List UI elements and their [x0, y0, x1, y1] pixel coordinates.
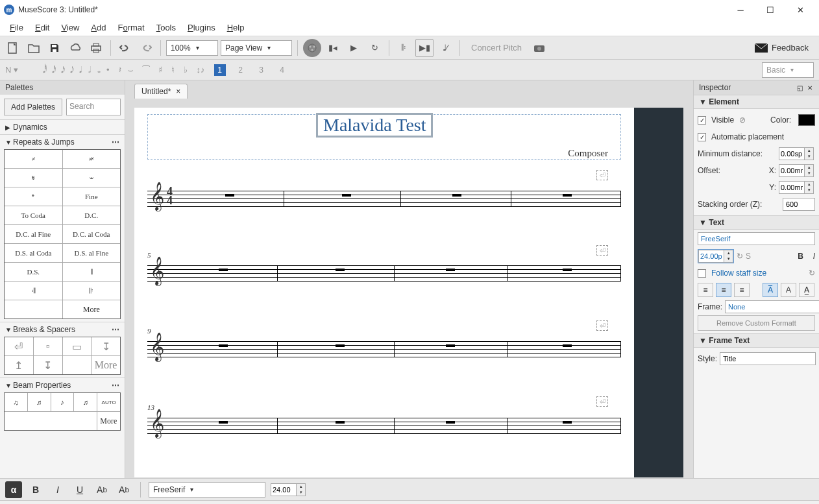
palette-cell[interactable]: D.S. al Coda — [5, 244, 63, 262]
menu-view[interactable]: View — [55, 21, 85, 34]
bold-button[interactable]: B — [27, 481, 44, 498]
align-right-icon[interactable]: ≡ — [734, 283, 750, 297]
text-section[interactable]: ▼ Text — [694, 215, 819, 230]
palette-cell[interactable]: D.C. al Fine — [5, 225, 63, 243]
palette-cell[interactable]: ♫ — [5, 393, 28, 411]
system-break-icon[interactable]: ⏎ — [596, 170, 608, 180]
reset-icon[interactable]: ↻ — [737, 252, 743, 261]
play-icon[interactable]: ▶ — [345, 39, 363, 57]
close-tab-icon[interactable]: × — [176, 87, 180, 96]
tab-untitled[interactable]: Untitled*× — [134, 84, 188, 99]
palette-cell[interactable]: To Coda — [5, 206, 63, 224]
palette-cell[interactable]: ↧ — [34, 356, 63, 374]
menu-file[interactable]: File — [4, 21, 29, 34]
dynamics-section[interactable]: ▶Dynamics — [0, 120, 125, 134]
remove-formatting-button[interactable]: Remove Custom Formatt — [698, 315, 815, 331]
redo-icon[interactable] — [137, 39, 155, 57]
auto-placement-checkbox[interactable] — [698, 133, 706, 141]
sharp-icon[interactable]: ♯ — [158, 65, 162, 75]
breaks-section[interactable]: ▼Breaks & Spacers⋯ — [0, 322, 125, 337]
voice-3[interactable]: 3 — [256, 64, 267, 76]
offset-y-input[interactable]: ▴▾ — [779, 181, 815, 194]
palette-cell[interactable]: D.S. — [5, 263, 63, 281]
score-canvas[interactable]: Malavida Test Composer ⏎ 𝄞 44 ⏎ 5 𝄞 — [125, 99, 693, 478]
italic-button[interactable]: I — [49, 481, 66, 498]
min-distance-input[interactable]: ▴▾ — [779, 147, 815, 160]
feedback-button[interactable]: Feedback — [755, 43, 815, 53]
mixer-icon[interactable] — [303, 39, 321, 57]
alpha-button[interactable]: α — [5, 481, 22, 498]
palette-cell[interactable]: ⏎ — [5, 337, 34, 355]
repeats-section[interactable]: ▼Repeats & Jumps⋯ — [0, 135, 125, 149]
repeat-end-icon[interactable]: ▶▮ — [415, 39, 434, 57]
palette-cell[interactable]: ♬ — [28, 393, 51, 411]
palette-cell[interactable]: 𝄂 — [63, 263, 121, 281]
palette-cell[interactable]: ↥ — [5, 356, 34, 374]
palette-cell[interactable]: 𝄆 — [63, 282, 121, 300]
palette-cell[interactable]: AUTO — [97, 393, 120, 411]
font-combo[interactable]: FreeSerif▾ — [149, 482, 265, 498]
palette-cell[interactable]: 𝄌 — [5, 187, 63, 206]
natural-icon[interactable]: ♮ — [171, 65, 175, 75]
voice-2[interactable]: 2 — [235, 64, 247, 76]
repeat-start-icon[interactable]: 𝄆 — [395, 39, 413, 57]
style-input[interactable] — [720, 352, 816, 365]
score-title-text[interactable]: Malavida Test — [316, 113, 433, 138]
palette-cell[interactable]: ♪ — [51, 393, 75, 411]
element-section[interactable]: ▼ Element — [694, 95, 819, 109]
frame-input[interactable] — [725, 300, 819, 313]
menu-format[interactable]: Format — [112, 21, 150, 34]
menu-add[interactable]: Add — [85, 21, 112, 34]
menu-plugins[interactable]: Plugins — [182, 21, 221, 34]
metronome-icon[interactable]: ♩⁄ — [436, 39, 454, 57]
superscript-button[interactable]: Ab — [116, 481, 132, 498]
align-left-icon[interactable]: ≡ — [698, 283, 713, 297]
palette-cell[interactable]: D.C. — [63, 206, 121, 224]
composer-text[interactable]: Composer — [568, 148, 608, 159]
time-signature[interactable]: 44 — [167, 187, 173, 205]
valign-top-icon[interactable]: A̅ — [763, 283, 778, 297]
offset-x-input[interactable]: ▴▾ — [779, 164, 815, 177]
align-center-icon[interactable]: ≡ — [716, 283, 731, 297]
view-mode-combo[interactable]: Page View▾ — [221, 40, 292, 56]
print-icon[interactable] — [87, 39, 105, 57]
font-size-spin[interactable]: ▴▾ — [271, 483, 307, 496]
frame-text-section[interactable]: ▼ Frame Text — [694, 333, 819, 348]
palette-cell[interactable]: 𝄋 — [5, 169, 63, 187]
palette-cell[interactable]: Fine — [63, 187, 121, 206]
rewind-icon[interactable]: ▮◂ — [324, 39, 342, 57]
menu-tools[interactable]: Tools — [151, 21, 182, 34]
font-size-input[interactable]: ▴▾ — [698, 249, 734, 263]
palette-cell[interactable]: D.S. al Fine — [63, 244, 121, 262]
beam-section[interactable]: ▼Beam Properties⋯ — [0, 378, 125, 392]
font-input[interactable] — [698, 232, 815, 245]
save-icon[interactable] — [45, 39, 64, 57]
open-folder-icon[interactable] — [25, 39, 43, 57]
undo-icon[interactable] — [116, 39, 134, 57]
palette-cell[interactable]: 𝄑 — [63, 169, 121, 187]
maximize-button[interactable]: ☐ — [755, 0, 785, 19]
underline-button[interactable]: U — [71, 481, 88, 498]
close-button[interactable]: ✕ — [785, 0, 815, 19]
system-break-icon[interactable]: ⏎ — [596, 320, 608, 331]
cloud-icon[interactable] — [66, 39, 84, 57]
color-swatch[interactable] — [798, 114, 815, 126]
tie-icon[interactable]: ⌣ — [128, 65, 134, 75]
follow-staff-checkbox[interactable] — [698, 269, 706, 278]
zoom-combo[interactable]: 100%▾ — [166, 40, 218, 56]
concert-pitch-button[interactable]: Concert Pitch — [465, 39, 528, 57]
palette-cell[interactable]: 𝄏 — [63, 150, 121, 168]
stacking-input[interactable] — [783, 198, 815, 211]
loop-icon[interactable]: ↻ — [365, 39, 384, 57]
palette-cell[interactable]: 𝄎 — [5, 150, 63, 168]
more-button[interactable]: More — [97, 412, 120, 430]
minimize-button[interactable]: ─ — [726, 0, 755, 19]
slur-icon[interactable]: ⁀ — [143, 65, 149, 75]
screenshot-icon[interactable] — [530, 39, 548, 57]
flat-icon[interactable]: ♭ — [184, 65, 188, 75]
eye-icon[interactable]: ⊘ — [739, 115, 746, 125]
new-file-icon[interactable] — [4, 39, 22, 57]
palette-cell[interactable]: 𝄇 — [5, 282, 63, 300]
palette-cell[interactable]: ▫ — [34, 337, 63, 355]
palette-cell[interactable]: ♬ — [74, 393, 97, 411]
